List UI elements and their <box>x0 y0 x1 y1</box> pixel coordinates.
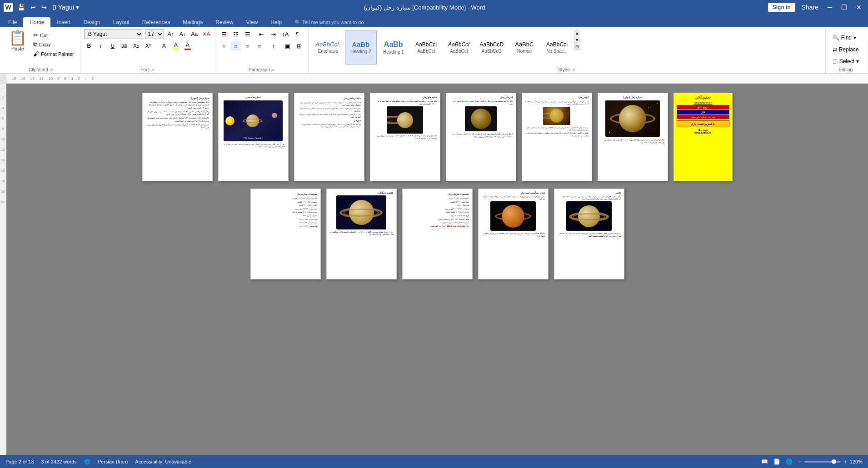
styles-scroll-down[interactable]: ▼ <box>574 37 580 43</box>
minimize-button[interactable]: ─ <box>825 3 835 12</box>
tab-file[interactable]: File <box>2 17 23 27</box>
page-12-thumb[interactable]: تیتان - بزرگترین قمر زحل تیتان دارای جو … <box>478 189 549 279</box>
style-nospace[interactable]: AaBbCcI No Spac... <box>541 30 573 65</box>
tab-insert[interactable]: Insert <box>50 17 77 27</box>
styles-expand[interactable]: ⊞ <box>574 44 580 50</box>
style-normal[interactable]: AaBbC Normal <box>509 30 540 65</box>
page-13-thumb[interactable]: خلاصه زحل به عنوان «جواهر منظومه شمسی» ش… <box>554 189 624 279</box>
style-heading2[interactable]: AaBb Heading 2 <box>345 30 377 65</box>
paste-button[interactable]: 📋 Paste <box>5 29 30 53</box>
line-spacing-button[interactable]: ↕ <box>269 41 279 51</box>
select-dropdown[interactable]: ▾ <box>856 58 859 65</box>
font-color-button[interactable]: A <box>183 41 193 51</box>
close-button[interactable]: ✕ <box>853 3 864 12</box>
tab-mailings[interactable]: Mailings <box>176 17 209 27</box>
font-size-select[interactable]: 17 <box>145 29 164 39</box>
sort-button[interactable]: ↕A <box>280 29 290 39</box>
undo-button[interactable]: ↩ <box>29 3 38 12</box>
tab-design[interactable]: Design <box>77 17 106 27</box>
borders-button[interactable]: ⊞ <box>294 41 304 51</box>
decrease-font-size-button[interactable]: A↓ <box>178 29 188 39</box>
paragraph-expand[interactable]: ↗ <box>271 68 274 72</box>
bold-button[interactable]: B <box>84 41 94 51</box>
clear-formatting-button[interactable]: ✕A <box>201 29 211 39</box>
change-case-button[interactable]: Aa <box>190 29 200 39</box>
tab-references[interactable]: References <box>136 17 176 27</box>
view-web-button[interactable]: 🌐 <box>786 458 793 465</box>
bullets-button[interactable]: ☰ <box>219 29 229 39</box>
tab-tellme[interactable]: 🔍 Tell me what you want to do <box>288 18 370 27</box>
page-6-thumb[interactable]: کاوش زحل فضاپیمای کاسینی-هویگنس مهمترین … <box>522 93 592 181</box>
superscript-button[interactable]: X² <box>143 41 153 51</box>
align-left-button[interactable]: ≡ <box>219 41 229 51</box>
replace-button[interactable]: ⇄ Replace <box>829 45 862 55</box>
find-button[interactable]: 🔍 Find ▾ <box>829 33 859 43</box>
view-print-button[interactable]: 📄 <box>773 458 780 465</box>
style-normal3[interactable]: AaBbCcD AaBbCcD <box>476 30 508 65</box>
style-normal2[interactable]: AaBbCcI AaBbCcI <box>443 30 475 65</box>
subscript-button[interactable]: X₂ <box>131 41 141 51</box>
save-button[interactable]: 💾 <box>15 3 27 12</box>
shading-button[interactable]: ▣ <box>283 41 293 51</box>
strikethrough-button[interactable]: ab <box>120 41 130 51</box>
zoom-out-button[interactable]: − <box>798 458 802 465</box>
sign-in-button[interactable]: Sign in <box>768 3 795 12</box>
numbering-button[interactable]: ☷ <box>231 29 241 39</box>
styles-expand-btn[interactable]: ↗ <box>572 68 575 72</box>
underline-button[interactable]: U <box>108 41 118 51</box>
increase-font-size-button[interactable]: A↑ <box>166 29 176 39</box>
text-effects-button[interactable]: A <box>159 41 169 51</box>
ruler: ⬚ 18 16 14 12 10 8 6 4 2 ⬦ 2 <box>0 74 868 84</box>
font-name-dropdown[interactable]: B Yagut ▾ <box>50 3 81 12</box>
format-painter-button[interactable]: 🖌 Format Painter <box>31 50 76 58</box>
page-13-content: خلاصه زحل به عنوان «جواهر منظومه شمسی» ش… <box>554 189 624 240</box>
page-1-thumb[interactable]: سیاره زحل (کیوان) زحل ششمین سیاره از خور… <box>142 93 213 181</box>
show-marks-button[interactable]: ¶ <box>292 29 302 39</box>
increase-indent-button[interactable]: ⇥ <box>269 29 279 39</box>
share-button[interactable]: Share <box>799 3 821 12</box>
redo-button[interactable]: ↪ <box>40 3 49 12</box>
find-dropdown[interactable]: ▾ <box>853 35 856 41</box>
page-7-thumb[interactable]: سیاره زحل (کیوان) زحل در آسمان شب با چشم… <box>598 93 668 181</box>
clipboard-expand[interactable]: ↗ <box>50 68 53 72</box>
select-button[interactable]: ⬚ Select ▾ <box>829 56 862 66</box>
style-emphasis[interactable]: AaBbCcL Emphasis <box>312 30 344 65</box>
font-family-select[interactable]: B Yagut <box>84 29 143 39</box>
view-read-button[interactable]: 📖 <box>761 458 768 465</box>
align-right-button[interactable]: ≡ <box>243 41 253 51</box>
page-4-thumb[interactable]: حلقه های زحل حلقه های زحل از میلیاردها ق… <box>370 93 440 181</box>
zoom-in-button[interactable]: + <box>843 458 847 465</box>
tab-view[interactable]: View <box>240 17 264 27</box>
clipboard-small-buttons: ✂ Cut ⧉ Copy 🖌 Format Painter <box>31 29 76 58</box>
page-10-thumb[interactable]: کشف و نامگذاری زحل از دیرباز شناخته شده … <box>326 189 397 279</box>
page-8-thumb[interactable]: تحقیق آنلاین Tahghighonline.ir مرجع دانل… <box>673 93 733 181</box>
multilevel-button[interactable]: ☰ <box>243 29 253 39</box>
ruler-toggle[interactable]: ⬚ <box>0 74 6 83</box>
align-center-button[interactable]: ≡ <box>231 41 241 51</box>
tab-layout[interactable]: Layout <box>107 17 136 27</box>
italic-button[interactable]: I <box>96 41 106 51</box>
copy-button[interactable]: ⧉ Copy <box>31 40 76 49</box>
cut-button[interactable]: ✂ Cut <box>31 31 76 40</box>
page-2-thumb[interactable]: منظومه شمسی The Saturn System زحل از زمی… <box>218 93 289 181</box>
page-11-thumb[interactable]: مشخصات فیزیکی زحل شعاع استوایی: ۶۰۲۶۸ کی… <box>402 189 473 279</box>
zoom-slider[interactable] <box>804 461 841 463</box>
language-indicator: 🌐 <box>84 459 90 465</box>
restore-button[interactable]: ❐ <box>838 3 850 12</box>
decrease-indent-button[interactable]: ⇤ <box>257 29 267 39</box>
tab-home[interactable]: Home <box>23 17 50 27</box>
page-5-content: قمرهای زحل زحل ۱۴۶ قمر شناخته شده دارد. … <box>446 93 516 140</box>
page-3-thumb[interactable]: ساختار داخلی زحل هسته داخلی زحل از سنگ و… <box>294 93 364 181</box>
styles-label: Styles ↗ <box>312 66 822 72</box>
justify-button[interactable]: ≡ <box>254 41 264 51</box>
font-expand[interactable]: ↗ <box>151 68 155 72</box>
tab-help[interactable]: Help <box>264 17 288 27</box>
styles-scroll-up[interactable]: ▲ <box>574 30 580 36</box>
style-heading1[interactable]: AaBb Heading 1 <box>378 30 409 65</box>
tab-review[interactable]: Review <box>209 17 239 27</box>
page-9-thumb[interactable]: مشخصات مداری زحل نیم‌محور بزرگ: ۱.۴۳۲×۱۰… <box>250 189 321 279</box>
highlight-color-button[interactable]: A <box>171 41 181 51</box>
style-normal1[interactable]: AaBbCcI AaBbCcI <box>410 30 442 65</box>
document-canvas[interactable]: سیاره زحل (کیوان) زحل ششمین سیاره از خور… <box>6 84 868 455</box>
page-5-thumb[interactable]: قمرهای زحل زحل ۱۴۶ قمر شناخته شده دارد. … <box>446 93 516 181</box>
